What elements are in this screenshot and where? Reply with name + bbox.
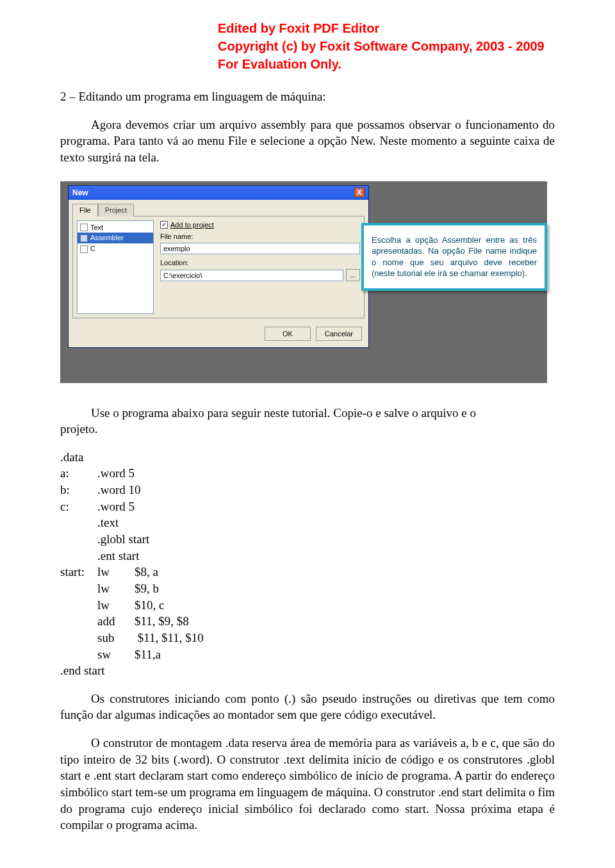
callout-box: Escolha a opção Assembler entre as três … <box>361 223 547 291</box>
file-icon <box>80 224 88 231</box>
file-name-input[interactable] <box>160 243 360 254</box>
use-paragraph-line2: projeto. <box>60 421 555 438</box>
screenshot-area: New X File Project Text Assembler <box>60 181 547 383</box>
assembly-code: .data a:.word 5 b:.word 10 c:.word 5 .te… <box>60 449 555 679</box>
tab-project[interactable]: Project <box>98 204 134 217</box>
list-label-assembler: Assembler <box>90 233 124 243</box>
constructors-paragraph-2: O construtor de montagem .data reserva á… <box>60 735 555 833</box>
add-to-project-label: Add to project <box>170 220 214 230</box>
location-input[interactable] <box>160 270 343 281</box>
add-to-project-checkbox[interactable]: ✓ Add to project <box>160 220 360 230</box>
browse-button[interactable]: ... <box>346 269 360 281</box>
file-name-label: File name: <box>160 232 360 242</box>
dialog-titlebar: New X <box>69 186 368 200</box>
watermark-line1: Edited by Foxit PDF Editor <box>218 19 615 37</box>
file-icon <box>80 234 88 242</box>
use-paragraph-line1: Use o programa abaixo para seguir neste … <box>60 405 555 422</box>
dialog-form: ✓ Add to project File name: Location: ..… <box>160 220 360 314</box>
foxit-watermark: Edited by Foxit PDF Editor Copyright (c)… <box>0 0 615 88</box>
close-icon[interactable]: X <box>354 188 365 197</box>
ok-button[interactable]: OK <box>265 327 311 341</box>
file-type-list[interactable]: Text Assembler C <box>77 220 154 314</box>
dialog-body: Text Assembler C ✓ Add to project <box>72 216 365 318</box>
cancel-button[interactable]: Cancelar <box>316 327 362 341</box>
constructors-paragraph-1: Os construtores iniciando com ponto (.) … <box>60 691 555 723</box>
list-label-c: C <box>90 244 95 254</box>
watermark-line2: Copyright (c) by Foxit Software Company,… <box>218 37 615 55</box>
section-heading: 2 – Editando um programa em linguagem de… <box>60 88 555 105</box>
new-dialog: New X File Project Text Assembler <box>68 185 369 348</box>
watermark-line3: For Evaluation Only. <box>218 55 615 73</box>
tab-file[interactable]: File <box>72 204 98 217</box>
list-label-text: Text <box>90 223 103 233</box>
dialog-buttons: OK Cancelar <box>69 323 368 348</box>
list-item[interactable]: Text <box>78 222 153 233</box>
dialog-tabs: File Project <box>69 200 368 217</box>
list-item[interactable]: Assembler <box>78 233 153 243</box>
checkbox-icon: ✓ <box>160 221 168 229</box>
file-icon <box>80 245 88 253</box>
intro-paragraph: Agora devemos criar um arquivo assembly … <box>60 117 555 166</box>
page-content: 2 – Editando um programa em linguagem de… <box>0 88 615 868</box>
list-item[interactable]: C <box>78 243 153 254</box>
dialog-title: New <box>72 188 88 198</box>
location-label: Location: <box>160 258 360 268</box>
